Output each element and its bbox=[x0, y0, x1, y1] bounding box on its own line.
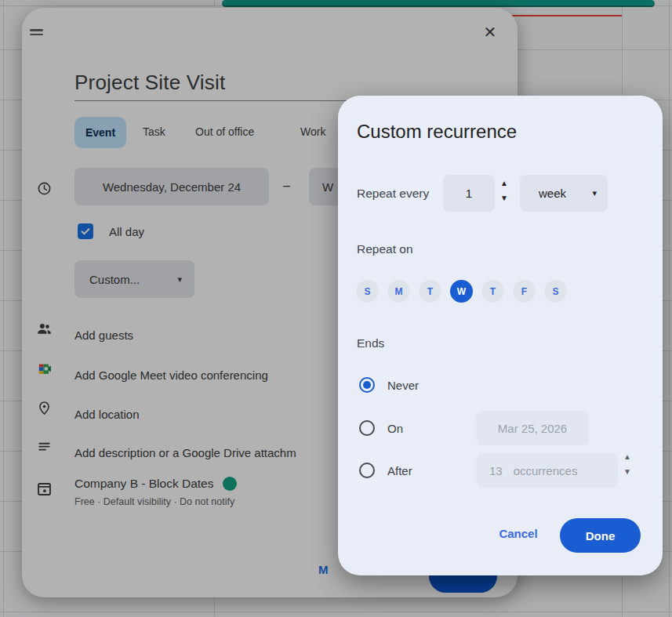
ends-after-label: After bbox=[387, 464, 412, 477]
repeat-interval-input[interactable]: 1 bbox=[443, 175, 495, 212]
done-button[interactable]: Done bbox=[560, 518, 641, 553]
occurrences-stepper: ▲ ▼ bbox=[623, 453, 631, 476]
weekday-selector: S M T W T F S bbox=[356, 280, 567, 303]
cancel-button[interactable]: Cancel bbox=[489, 527, 547, 540]
occurrences-input-disabled[interactable]: 13 occurrences bbox=[476, 453, 618, 488]
stepper-down-icon[interactable]: ▼ bbox=[623, 468, 631, 476]
interval-stepper: ▲ ▼ bbox=[500, 180, 508, 202]
day-sunday[interactable]: S bbox=[356, 280, 379, 303]
day-tuesday[interactable]: T bbox=[419, 280, 441, 303]
stepper-up-icon[interactable]: ▲ bbox=[623, 453, 631, 461]
stepper-up-icon[interactable]: ▲ bbox=[500, 180, 508, 187]
occurrences-count: 13 bbox=[489, 464, 503, 477]
chevron-down-icon: ▾ bbox=[592, 188, 597, 198]
ends-label: Ends bbox=[357, 336, 384, 350]
ends-on-label: On bbox=[387, 422, 403, 435]
repeat-on-label: Repeat on bbox=[357, 242, 413, 256]
occurrences-suffix: occurrences bbox=[514, 464, 578, 477]
repeat-every-label: Repeat every bbox=[357, 187, 429, 201]
custom-recurrence-modal: Custom recurrence Repeat every 1 ▲ ▼ wee… bbox=[338, 96, 663, 575]
day-thursday[interactable]: T bbox=[481, 280, 504, 303]
day-monday[interactable]: M bbox=[387, 280, 410, 303]
ends-after-radio[interactable] bbox=[359, 463, 375, 478]
day-saturday[interactable]: S bbox=[544, 280, 567, 303]
frequency-value: week bbox=[539, 187, 566, 200]
ends-never-radio[interactable] bbox=[359, 377, 375, 393]
ends-on-radio[interactable] bbox=[359, 420, 375, 436]
modal-title: Custom recurrence bbox=[357, 121, 517, 143]
day-friday[interactable]: F bbox=[513, 280, 536, 303]
ends-never-label: Never bbox=[387, 379, 419, 392]
stepper-down-icon[interactable]: ▼ bbox=[500, 194, 508, 202]
frequency-dropdown[interactable]: week ▾ bbox=[520, 175, 608, 212]
day-wednesday-selected[interactable]: W bbox=[450, 280, 473, 303]
end-date-input-disabled[interactable]: Mar 25, 2026 bbox=[476, 411, 589, 445]
google-calendar-screen: ✕ Project Site Visit Event Task Out of o… bbox=[0, 0, 672, 617]
